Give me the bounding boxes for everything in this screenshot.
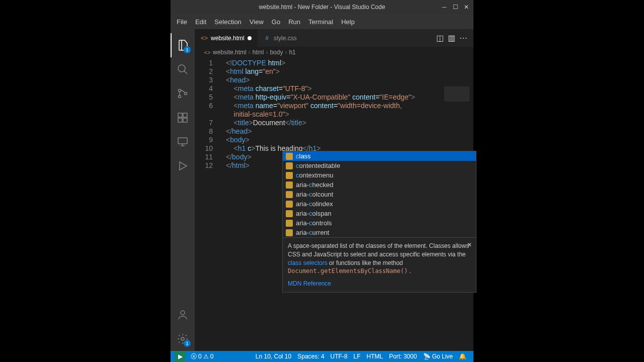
activity-bar: 1 1 xyxy=(171,29,195,351)
scm-icon[interactable] xyxy=(171,81,195,106)
menu-view[interactable]: View xyxy=(246,16,268,28)
svg-point-9 xyxy=(181,311,185,315)
status-line-col[interactable]: Ln 10, Col 10 xyxy=(253,353,294,360)
suggest-item-7[interactable]: aria-controls xyxy=(283,218,476,228)
menu-selection[interactable]: Selection xyxy=(210,16,245,28)
menu-go[interactable]: Go xyxy=(268,16,284,28)
extensions-icon[interactable] xyxy=(171,106,195,130)
suggest-item-2[interactable]: contextmenu xyxy=(283,170,476,180)
title-bar: website.html - New Folder - Visual Studi… xyxy=(171,0,473,14)
crumb-file[interactable]: website.html xyxy=(213,49,247,56)
svg-rect-7 xyxy=(183,118,187,122)
breadcrumbs[interactable]: <> website.html › html › body › h1 xyxy=(195,47,473,58)
property-icon xyxy=(286,220,293,227)
svg-point-2 xyxy=(179,96,181,98)
close-icon[interactable]: ✕ xyxy=(461,2,471,12)
property-icon xyxy=(286,153,293,160)
suggest-label: contextmenu xyxy=(296,171,333,179)
html-file-icon: <> xyxy=(201,35,208,42)
intellisense-popup[interactable]: classcontenteditablecontextmenuaria-chec… xyxy=(282,151,476,293)
property-icon xyxy=(286,191,293,198)
svg-rect-4 xyxy=(178,113,182,117)
status-spaces[interactable]: Spaces: 4 xyxy=(294,353,327,360)
tab-bar: <> website.html # style.css ◫ ▥ ⋯ xyxy=(195,29,473,47)
status-lang[interactable]: HTML xyxy=(364,353,386,360)
suggest-label: aria-checked xyxy=(296,180,333,189)
svg-point-3 xyxy=(185,93,187,95)
more-icon[interactable]: ⋯ xyxy=(459,33,467,43)
property-icon xyxy=(286,172,293,179)
svg-rect-6 xyxy=(178,118,182,122)
suggest-item-8[interactable]: aria-current xyxy=(283,228,476,237)
suggest-label: contenteditable xyxy=(296,161,340,170)
status-bell-icon[interactable]: 🔔 xyxy=(456,353,469,360)
suggest-item-5[interactable]: aria-colindex xyxy=(283,199,476,209)
close-doc-icon[interactable]: ✕ xyxy=(467,241,472,249)
svg-point-0 xyxy=(178,65,185,72)
explorer-icon[interactable]: 1 xyxy=(171,33,195,57)
settings-badge: 1 xyxy=(184,340,191,347)
status-bar: ▶ ⓧ 0 ⚠ 0 Ln 10, Col 10 Spaces: 4 UTF-8 … xyxy=(171,351,473,362)
menu-edit[interactable]: Edit xyxy=(191,16,210,28)
account-icon[interactable] xyxy=(171,303,195,327)
status-run-icon[interactable]: ▶ xyxy=(175,351,186,362)
layout-icon[interactable]: ▥ xyxy=(448,33,455,43)
crumb-h1[interactable]: h1 xyxy=(289,49,295,56)
status-errors[interactable]: ⓧ 0 ⚠ 0 xyxy=(188,352,216,361)
tab-style-css[interactable]: # style.css xyxy=(258,29,303,47)
crumb-html[interactable]: html xyxy=(253,49,264,56)
suggest-item-0[interactable]: class xyxy=(283,151,476,161)
minimize-icon[interactable]: ─ xyxy=(439,2,449,12)
mdn-reference-link[interactable]: MDN Reference xyxy=(288,280,331,288)
property-icon xyxy=(286,229,293,236)
suggest-label: aria-current xyxy=(296,228,329,237)
suggest-item-4[interactable]: aria-colcount xyxy=(283,190,476,199)
tab-label: website.html xyxy=(211,35,245,42)
status-eol[interactable]: LF xyxy=(351,353,364,360)
property-icon xyxy=(286,201,293,208)
property-icon xyxy=(286,182,293,189)
code-editor[interactable]: 123 456 789 101112 <!DOCTYPE html> <html… xyxy=(195,58,473,351)
suggest-item-1[interactable]: contenteditable xyxy=(283,161,476,170)
html-file-icon: <> xyxy=(204,49,211,56)
modified-dot-icon xyxy=(248,36,252,40)
suggestion-doc: ✕ A space-separated list of the classes … xyxy=(283,237,476,292)
split-editor-icon[interactable]: ◫ xyxy=(436,33,444,43)
suggest-label: aria-colcount xyxy=(296,190,333,199)
property-icon xyxy=(286,162,293,169)
status-encoding[interactable]: UTF-8 xyxy=(328,353,351,360)
css-file-icon: # xyxy=(264,35,271,42)
svg-rect-5 xyxy=(183,113,187,117)
menu-run[interactable]: Run xyxy=(284,16,304,28)
suggest-item-6[interactable]: aria-colspan xyxy=(283,209,476,218)
menu-terminal[interactable]: Terminal xyxy=(304,16,337,28)
remote-icon[interactable] xyxy=(171,130,195,154)
suggest-label: aria-colspan xyxy=(296,209,332,218)
line-gutter: 123 456 789 101112 xyxy=(195,58,222,351)
suggest-label: aria-colindex xyxy=(296,200,333,208)
explorer-badge: 1 xyxy=(184,46,191,53)
svg-rect-8 xyxy=(178,138,187,144)
window-title: website.html - New Folder - Visual Studi… xyxy=(259,4,385,11)
run-icon[interactable] xyxy=(171,154,195,178)
doc-link-selectors[interactable]: class selectors xyxy=(288,259,328,266)
property-icon xyxy=(286,210,293,217)
status-golive[interactable]: 📡 Go Live xyxy=(420,353,456,360)
svg-point-10 xyxy=(181,337,184,340)
settings-icon[interactable]: 1 xyxy=(171,327,195,351)
minimap[interactable] xyxy=(444,86,469,112)
tab-label: style.css xyxy=(274,35,297,42)
menu-file[interactable]: File xyxy=(173,16,191,28)
search-icon[interactable] xyxy=(171,57,195,81)
maximize-icon[interactable]: ☐ xyxy=(450,2,460,12)
crumb-body[interactable]: body xyxy=(270,49,283,56)
suggest-item-3[interactable]: aria-checked xyxy=(283,180,476,190)
svg-point-1 xyxy=(179,89,181,92)
suggest-label: class xyxy=(296,152,311,160)
tab-website-html[interactable]: <> website.html xyxy=(195,29,258,47)
menu-help[interactable]: Help xyxy=(337,16,359,28)
status-port[interactable]: Port: 3000 xyxy=(386,353,420,360)
suggest-label: aria-controls xyxy=(296,219,332,227)
menu-bar: File Edit Selection View Go Run Terminal… xyxy=(171,14,473,29)
